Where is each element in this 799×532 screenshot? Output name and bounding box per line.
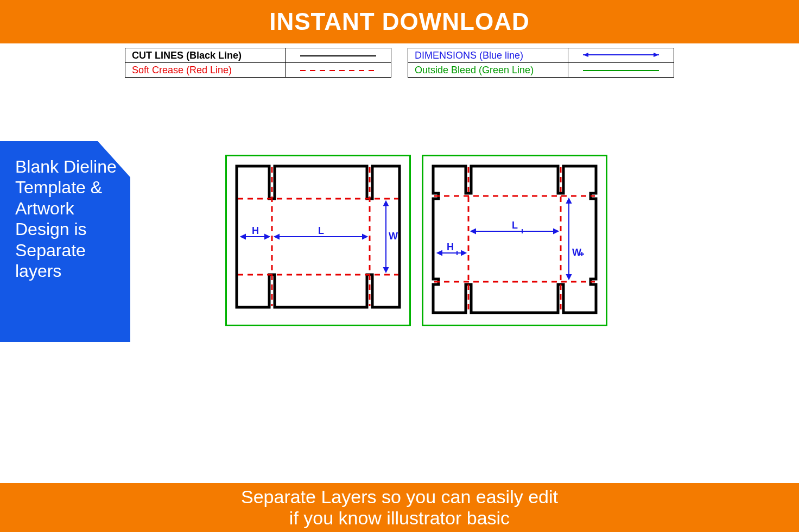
svg-marker-17 xyxy=(384,201,388,206)
svg-marker-12 xyxy=(265,235,269,239)
legend-cut-sample xyxy=(286,48,391,63)
svg-marker-27 xyxy=(437,251,442,255)
svg-marker-3 xyxy=(583,53,588,57)
footer-line-1: Separate Layers so you can easily edit xyxy=(241,486,558,508)
legend-bleed-sample xyxy=(568,63,674,78)
svg-marker-18 xyxy=(384,268,388,272)
svg-marker-14 xyxy=(275,235,279,239)
legend-dim-sample xyxy=(568,48,674,63)
legend-cut-label: CUT LINES (Black Line) xyxy=(125,48,286,63)
dim-L-label: L xyxy=(318,225,324,236)
svg-marker-25 xyxy=(554,229,558,233)
diagram-2: L H W xyxy=(422,155,607,326)
side-banner: Blank Dieline Template & Artwork Design … xyxy=(0,141,130,342)
crease-line-sample-icon xyxy=(297,68,379,73)
svg-marker-15 xyxy=(363,235,367,239)
top-banner: INSTANT DOWNLOAD xyxy=(0,0,799,43)
footer-banner: Separate Layers so you can easily edit i… xyxy=(0,483,799,532)
dim-L2-label: L xyxy=(512,220,518,231)
legend-crease-label: Soft Crease (Red Line) xyxy=(125,63,286,78)
dieline-1-svg: H L W xyxy=(231,161,405,313)
svg-marker-28 xyxy=(461,251,466,255)
legend-row: CUT LINES (Black Line) Soft Crease (Red … xyxy=(0,48,799,78)
legend-dim-label: DIMENSIONS (Blue line) xyxy=(408,48,568,63)
diagrams-container: H L W xyxy=(225,155,607,326)
dim-H-label: H xyxy=(252,225,259,236)
legend-right-table: DIMENSIONS (Blue line) Outside Bleed (Gr… xyxy=(408,48,674,78)
dieline-2-svg: L H W xyxy=(428,161,601,318)
dim-W2-label: W xyxy=(572,247,581,258)
legend-left-table: CUT LINES (Black Line) Soft Crease (Red … xyxy=(125,48,391,78)
svg-marker-4 xyxy=(654,53,659,57)
svg-marker-31 xyxy=(567,275,571,279)
legend-bleed-label: Outside Bleed (Green Line) xyxy=(408,63,568,78)
svg-marker-30 xyxy=(567,199,571,203)
legend-crease-sample xyxy=(286,63,391,78)
footer-line-2: if you know illustrator basic xyxy=(241,508,558,529)
diagram-1: H L W xyxy=(225,155,411,326)
svg-marker-24 xyxy=(471,229,475,233)
dim-W-label: W xyxy=(389,231,398,242)
bleed-line-sample-icon xyxy=(580,68,662,73)
dim-H2-label: H xyxy=(447,242,454,252)
cut-line-sample-icon xyxy=(297,53,379,59)
svg-marker-11 xyxy=(241,235,245,239)
dimension-arrow-sample-icon xyxy=(580,51,662,59)
